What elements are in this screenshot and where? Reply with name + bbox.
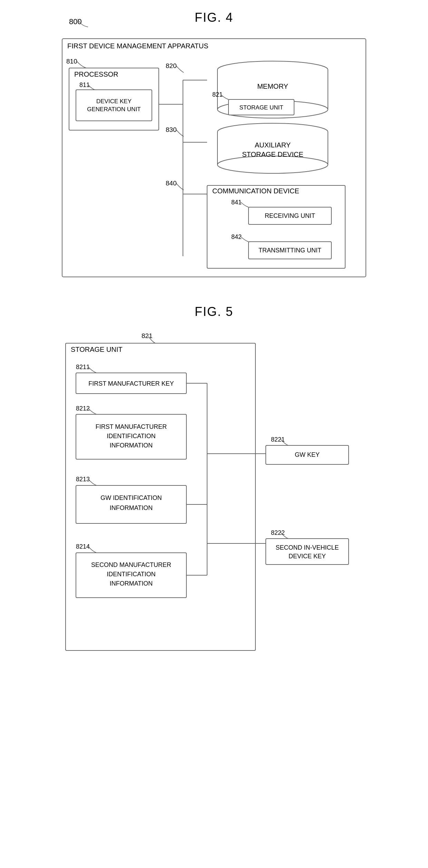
ref-8222: 8222	[271, 529, 285, 536]
svg-rect-2	[76, 90, 152, 121]
ref-841: 841	[231, 199, 242, 206]
ref-8214: 8214	[76, 543, 90, 550]
svg-rect-35	[266, 539, 349, 565]
svg-point-17	[217, 156, 328, 173]
gw-id-label2: INFORMATION	[110, 504, 153, 511]
comm-device-label: COMMUNICATION DEVICE	[212, 187, 299, 195]
fig5-section: FIG. 5 821 STORAGE UNIT 8211 FIRST MANUF…	[7, 305, 421, 657]
device-key-label1: DEVICE KEY	[96, 98, 132, 105]
ref-842: 842	[231, 233, 242, 240]
aux-label2: STORAGE DEVICE	[242, 151, 303, 158]
ref-800-curve	[69, 14, 97, 31]
memory-label: MEMORY	[257, 83, 288, 90]
ref-840: 840	[166, 180, 177, 187]
ref-8213: 8213	[76, 476, 90, 483]
first-mfr-id-label3: INFORMATION	[110, 442, 153, 449]
fig5-diagram: 821 STORAGE UNIT 8211 FIRST MANUFACTURER…	[59, 329, 369, 657]
second-mfr-id-label1: SECOND MANUFACTURER	[91, 561, 171, 568]
receiving-unit-label: RECEIVING UNIT	[265, 212, 315, 219]
fig4-section: 800 FIG. 4 FIRST DEVICE MANAGEMENT APPAR…	[7, 7, 421, 284]
ref-820: 820	[166, 62, 177, 69]
gw-key-label: GW KEY	[295, 451, 320, 458]
fig4-title: FIG. 4	[195, 10, 233, 25]
fig4-diagram: FIRST DEVICE MANAGEMENT APPARATUS 810 PR…	[59, 35, 369, 284]
ref-8221: 8221	[271, 436, 285, 443]
second-iv-key-label2: DEVICE KEY	[289, 553, 326, 560]
ref-821-fig5: 821	[142, 332, 153, 339]
fig5-title: FIG. 5	[195, 305, 233, 319]
device-key-label2: GENERATION UNIT	[87, 106, 141, 113]
second-mfr-id-label2: IDENTIFICATION	[107, 571, 156, 578]
ref-8211: 8211	[76, 364, 90, 370]
gw-id-label1: GW IDENTIFICATION	[100, 494, 162, 501]
storage-unit-label: STORAGE UNIT	[239, 104, 283, 111]
first-mfr-id-label1: FIRST MANUFACTURER	[96, 423, 167, 430]
ref-810: 810	[66, 58, 77, 65]
storage-unit-fig5-label: STORAGE UNIT	[71, 346, 123, 353]
ref-830: 830	[166, 126, 177, 133]
aux-label1: AUXILIARY	[255, 141, 291, 149]
transmitting-unit-label: TRANSMITTING UNIT	[259, 247, 321, 254]
apparatus-label: FIRST DEVICE MANAGEMENT APPARATUS	[67, 42, 208, 50]
second-iv-key-label1: SECOND IN-VEHICLE	[275, 544, 339, 551]
page-container: 800 FIG. 4 FIRST DEVICE MANAGEMENT APPAR…	[0, 0, 428, 664]
ref-8212: 8212	[76, 405, 90, 412]
second-mfr-id-label3: INFORMATION	[110, 580, 153, 587]
processor-label: PROCESSOR	[74, 70, 118, 78]
first-mfr-id-label2: IDENTIFICATION	[107, 433, 156, 440]
first-mfr-key-label: FIRST MANUFACTURER KEY	[88, 380, 174, 387]
